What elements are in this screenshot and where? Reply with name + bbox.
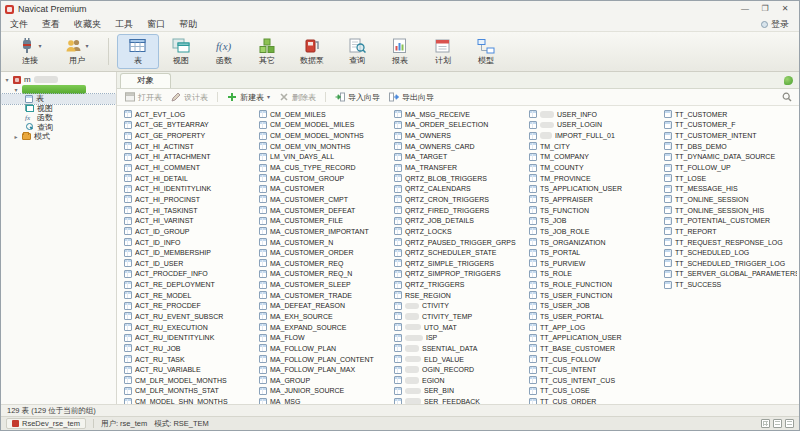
table-item[interactable]: TT_DYNAMIC_DATA_SOURCE <box>662 152 797 163</box>
table-item[interactable]: TT_CUSTOMER_F <box>662 120 797 131</box>
table-item[interactable]: TS_PORTAL <box>527 247 662 258</box>
menu-favorites[interactable]: 收藏夹 <box>67 17 108 31</box>
table-item[interactable]: MA_EXPAND_SOURCE <box>257 322 392 333</box>
table-item[interactable]: ACT_HI_COMMENT <box>122 162 257 173</box>
table-item[interactable]: CM_OEM_VIN_MONTHS <box>257 141 392 152</box>
table-item[interactable]: TM_CITY <box>527 141 662 152</box>
table-item[interactable]: MA_CUSTOMER_REQ_N <box>257 269 392 280</box>
new-table-button[interactable]: 新建表 ▾ <box>227 92 270 103</box>
connection-badge[interactable]: RseDev_rse_tem <box>6 418 86 429</box>
table-item[interactable]: TT_ONLINE_SESSION_HIS <box>662 205 797 216</box>
table-item[interactable]: CTIVITY_TEMP <box>392 311 527 322</box>
table-item[interactable]: TT_CUS_FOLLOW <box>527 354 662 365</box>
table-item[interactable]: CM_OEM_MILES <box>257 109 392 120</box>
table-item[interactable]: TT_ONLINE_SESSION <box>662 194 797 205</box>
table-item[interactable]: TM_PROVINCE <box>527 173 662 184</box>
table-item[interactable]: TT_REPORT <box>662 226 797 237</box>
table-item[interactable]: MA_CUSTOMER_SLEEP <box>257 279 392 290</box>
table-item[interactable]: ACT_RU_IDENTITYLINK <box>122 332 257 343</box>
table-item[interactable]: MA_ORDER_SELECTION <box>392 120 527 131</box>
toolbar-others-button[interactable]: 其它 <box>246 34 288 69</box>
table-item[interactable]: TM_COUNTY <box>527 162 662 173</box>
grid-view-toggle-icon[interactable] <box>761 419 770 428</box>
table-item[interactable]: TT_SERVER_GLOBAL_PARAMETERS <box>662 269 797 280</box>
table-item[interactable]: MA_CUSTOMER_N <box>257 237 392 248</box>
table-item[interactable]: SER_BIN <box>392 386 527 397</box>
maximize-button[interactable]: ❐ <box>755 2 775 16</box>
table-item[interactable]: ACT_RU_EVENT_SUBSCR <box>122 311 257 322</box>
export-wizard-button[interactable]: 导出向导 <box>389 92 434 103</box>
table-item[interactable]: QRTZ_LOCKS <box>392 226 527 237</box>
table-item[interactable]: SER_FEEDBACK <box>392 396 527 404</box>
import-wizard-button[interactable]: 导入向导 <box>335 92 380 103</box>
toolbar-model-button[interactable]: 模型 <box>465 34 507 69</box>
tab-objects[interactable]: 对象 <box>120 73 171 88</box>
table-item[interactable]: MA_EXH_SOURCE <box>257 311 392 322</box>
toolbar-schedule-button[interactable]: 计划 <box>422 34 464 69</box>
table-item[interactable]: OGIN_RECORD <box>392 364 527 375</box>
table-item[interactable]: MA_CUSTOMER_CMPT <box>257 194 392 205</box>
table-item[interactable]: RSE_REGION <box>392 290 527 301</box>
delete-table-button[interactable]: 删除表 <box>279 92 316 103</box>
table-item[interactable]: MA_GROUP <box>257 375 392 386</box>
toolbar-datapump-button[interactable]: 数据泵 <box>289 34 335 69</box>
table-item[interactable]: ACT_RE_PROCDEF <box>122 301 257 312</box>
table-item[interactable]: QRTZ_TRIGGERS <box>392 279 527 290</box>
table-item[interactable]: MA_TARGET <box>392 152 527 163</box>
menu-view[interactable]: 查看 <box>35 17 67 31</box>
table-item[interactable]: ACT_HI_VARINST <box>122 215 257 226</box>
table-item[interactable]: QRTZ_CALENDARS <box>392 183 527 194</box>
table-item[interactable]: MA_CUSTOMER <box>257 183 392 194</box>
table-item[interactable]: TT_CUS_LOSE <box>527 386 662 397</box>
menu-tools[interactable]: 工具 <box>108 17 140 31</box>
table-item[interactable]: MA_OWNERS_CARD <box>392 141 527 152</box>
sidebar-item-tables[interactable]: 表 <box>1 94 116 104</box>
minimize-button[interactable]: — <box>735 2 755 16</box>
table-item[interactable]: MA_CUSTOMER_ORDER <box>257 247 392 258</box>
table-item[interactable]: ACT_ID_MEMBERSHIP <box>122 247 257 258</box>
table-item[interactable]: MA_MSG_RECEIVE <box>392 109 527 120</box>
table-item[interactable]: QRTZ_SIMPROP_TRIGGERS <box>392 269 527 280</box>
table-item[interactable]: MA_FOLLOW_PLAN_CONTENT <box>257 354 392 365</box>
table-item[interactable]: ACT_RU_TASK <box>122 354 257 365</box>
open-table-button[interactable]: 打开表 <box>125 92 162 103</box>
toolbar-report-button[interactable]: 报表 <box>379 34 421 69</box>
table-item[interactable]: MA_FOLLOW_PLAN_MAX <box>257 364 392 375</box>
table-item[interactable]: TT_POTENTIAL_CUSTOMER <box>662 215 797 226</box>
login-button[interactable]: 登录 <box>761 18 797 31</box>
table-item[interactable]: ACT_GE_PROPERTY <box>122 130 257 141</box>
table-item[interactable]: QRTZ_PAUSED_TRIGGER_GRPS <box>392 237 527 248</box>
table-item[interactable]: IMPORT_FULL_01 <box>527 130 662 141</box>
table-item[interactable]: TT_CUS_INTENT <box>527 364 662 375</box>
sidebar-item-schemas[interactable]: ▸ 模式 <box>1 132 116 142</box>
menu-window[interactable]: 窗口 <box>140 17 172 31</box>
table-item[interactable]: ACT_PROCDEF_INFO <box>122 269 257 280</box>
table-item[interactable]: ACT_HI_TASKINST <box>122 205 257 216</box>
table-item[interactable]: ACT_GE_BYTEARRAY <box>122 120 257 131</box>
sidebar-item-queries[interactable]: 查询 <box>1 123 116 133</box>
table-item[interactable]: TT_FOLLOW_UP <box>662 162 797 173</box>
table-item[interactable]: TT_SUCCESS <box>662 279 797 290</box>
table-item[interactable]: QRTZ_JOB_DETAILS <box>392 215 527 226</box>
list-view-toggle-icon[interactable] <box>773 419 782 428</box>
table-item[interactable]: CM_MODEL_SHN_MONTHS <box>122 396 257 404</box>
table-item[interactable]: TT_CUSTOMER_INTENT <box>662 130 797 141</box>
tree-connection[interactable]: ▾ m <box>1 75 116 85</box>
table-item[interactable]: CM_DLR_MODEL_MONTHS <box>122 375 257 386</box>
table-item[interactable]: TT_MESSAGE_HIS <box>662 183 797 194</box>
table-item[interactable]: ACT_HI_ATTACHMENT <box>122 152 257 163</box>
table-item[interactable]: TS_JOB_ROLE <box>527 226 662 237</box>
table-item[interactable]: MA_CUS_TYPE_RECORD <box>257 162 392 173</box>
table-item[interactable]: MA_OWNERS <box>392 130 527 141</box>
table-item[interactable]: EGION <box>392 375 527 386</box>
table-item[interactable]: MA_CUSTOM_GROUP <box>257 173 392 184</box>
close-button[interactable]: ✕ <box>775 2 795 16</box>
table-item[interactable]: TS_PURVIEW <box>527 258 662 269</box>
table-item[interactable]: TM_COMPANY <box>527 152 662 163</box>
table-item[interactable]: UTO_MAT <box>392 322 527 333</box>
table-item[interactable]: QRTZ_FIRED_TRIGGERS <box>392 205 527 216</box>
table-item[interactable]: TS_FUNCTION <box>527 205 662 216</box>
table-item[interactable]: TT_REQUEST_RESPONSE_LOG <box>662 237 797 248</box>
table-item[interactable]: USER_LOGIN <box>527 120 662 131</box>
detail-view-toggle-icon[interactable] <box>785 419 794 428</box>
